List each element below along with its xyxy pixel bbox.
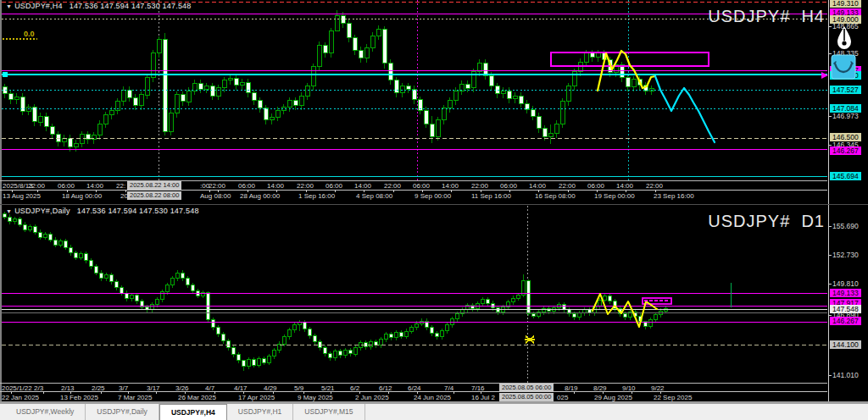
candle — [343, 350, 347, 356]
candle — [267, 356, 270, 362]
candle — [139, 95, 143, 106]
candle — [448, 101, 452, 108]
candle — [130, 295, 133, 298]
candle — [252, 93, 256, 101]
candle — [246, 82, 250, 93]
candle — [531, 314, 535, 316]
candle — [412, 89, 416, 100]
line-handle[interactable] — [3, 72, 8, 77]
candle — [94, 267, 97, 273]
candle — [348, 350, 352, 354]
candle — [169, 113, 173, 132]
chart-canvas[interactable] — [0, 0, 868, 420]
candle — [511, 298, 515, 302]
candle — [496, 307, 499, 312]
candle — [299, 96, 303, 105]
candle — [109, 274, 113, 281]
candle — [430, 327, 433, 333]
candle — [135, 295, 138, 301]
candle — [84, 254, 87, 261]
candle — [389, 334, 392, 338]
candle — [328, 353, 331, 357]
candle — [191, 285, 194, 290]
candle — [33, 227, 36, 233]
candle — [145, 77, 149, 95]
candle — [163, 40, 167, 132]
candle — [44, 116, 48, 127]
candle — [236, 355, 240, 361]
candle — [465, 84, 470, 88]
candle — [216, 327, 220, 334]
candle — [127, 90, 131, 97]
candle — [560, 102, 565, 124]
candle — [252, 360, 255, 366]
pane-daily[interactable] — [0, 206, 832, 394]
tab-usdjpy-h4[interactable]: USDJPY#,H4 — [159, 404, 227, 420]
candle — [165, 285, 169, 291]
candle — [28, 227, 31, 230]
candle — [120, 287, 123, 293]
candle — [359, 50, 363, 58]
candle — [287, 101, 292, 108]
candle — [80, 135, 84, 143]
candle — [489, 75, 493, 86]
candle — [648, 320, 652, 326]
candle — [364, 47, 369, 58]
candle — [69, 247, 72, 253]
candle — [531, 109, 535, 116]
candle — [92, 135, 96, 140]
candle — [313, 335, 316, 341]
candle — [566, 86, 570, 102]
candle — [323, 46, 327, 53]
candle — [175, 273, 179, 279]
candle — [430, 124, 434, 136]
candle — [68, 138, 72, 146]
candle — [347, 23, 351, 37]
candle — [26, 108, 31, 112]
candle — [181, 273, 184, 279]
candle — [175, 95, 179, 113]
candle — [507, 91, 511, 98]
candle — [394, 333, 398, 338]
candle — [623, 314, 626, 318]
candle — [632, 80, 636, 87]
price-arrow-marker — [821, 72, 828, 79]
tab-usdjpy-h1[interactable]: USDJPY#,H1 — [227, 404, 294, 420]
candle — [99, 273, 103, 279]
candle — [542, 129, 547, 136]
timeframe-tab-bar: USDJPY#,WeeklyUSDJPY#,DailyUSDJPY#,H4USD… — [0, 403, 868, 420]
candle — [404, 331, 408, 336]
candle — [221, 334, 225, 341]
candle — [3, 214, 6, 218]
candle — [240, 82, 244, 85]
candle — [186, 91, 191, 102]
candle — [109, 110, 114, 115]
pen-nib-icon[interactable] — [832, 25, 856, 53]
tab-usdjpy-m15[interactable]: USDJPY#,M15 — [293, 404, 364, 420]
pane-h4[interactable] — [0, 0, 832, 192]
candle — [282, 337, 286, 344]
candle — [370, 36, 375, 47]
candle — [353, 38, 357, 51]
tab-usdjpy-weekly[interactable]: USDJPY#,Weekly — [5, 404, 86, 420]
candle — [32, 108, 36, 122]
candle — [103, 115, 108, 124]
candle — [305, 86, 309, 96]
candle — [104, 274, 108, 278]
candle — [335, 15, 339, 30]
candle — [445, 324, 448, 330]
candle — [626, 77, 630, 86]
candle — [228, 79, 232, 80]
candle — [18, 219, 21, 225]
candle — [14, 97, 19, 99]
blue-wave-icon[interactable] — [831, 54, 856, 80]
candle — [442, 108, 446, 120]
candle — [275, 110, 280, 117]
tab-usdjpy-daily[interactable]: USDJPY#,Daily — [86, 404, 159, 420]
forecast-path[interactable] — [655, 76, 715, 142]
candle — [501, 307, 504, 312]
candle — [409, 327, 413, 331]
candle — [501, 91, 505, 93]
candle — [308, 329, 311, 336]
candle — [516, 295, 520, 298]
